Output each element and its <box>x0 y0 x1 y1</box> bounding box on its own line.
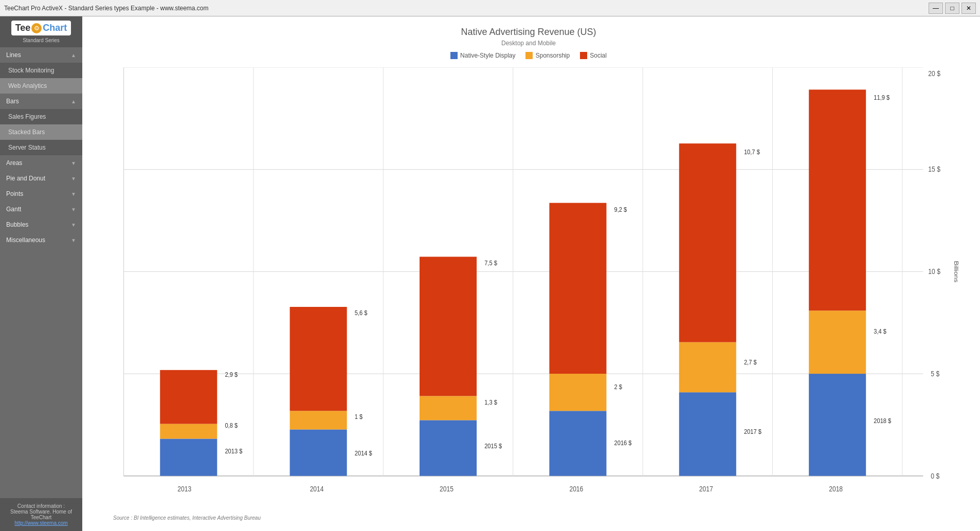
y-axis-billions-label: Billions <box>953 261 959 282</box>
sidebar-item-pie-donut[interactable]: Pie and Donut ▼ <box>0 171 82 186</box>
bar-2017-social <box>679 143 736 342</box>
sidebar-item-gantt[interactable]: Gantt ▼ <box>0 202 82 217</box>
bar-2013-sponsor <box>160 424 217 439</box>
sidebar-item-sales-figures[interactable]: Sales Figures <box>0 109 82 124</box>
bar-2017-native <box>679 392 736 476</box>
label-2016-social: 9,2 $ <box>614 206 627 213</box>
bar-2017-sponsor <box>679 342 736 393</box>
social-swatch <box>580 52 587 59</box>
xlabel-2016: 2016 <box>569 485 583 493</box>
label-2015-sponsor: 1,3 $ <box>484 398 497 406</box>
sidebar-item-areas[interactable]: Areas ▼ <box>0 155 82 171</box>
bar-2014-native <box>290 429 347 475</box>
main-layout: Tee ⚙ Chart Standard Series Lines ▲ Stoc… <box>0 16 980 531</box>
xlabel-2013: 2013 <box>177 485 191 493</box>
minimize-button[interactable]: — <box>929 3 943 14</box>
chart-subtitle: Desktop and Mobile <box>93 40 965 47</box>
legend-native: Native-Style Display <box>450 52 515 59</box>
sponsor-swatch <box>525 52 533 59</box>
bar-2018-social <box>809 89 866 310</box>
label-2018-sponsor: 3,4 $ <box>874 327 886 335</box>
web-analytics-label: Web Analytics <box>8 82 47 89</box>
sidebar-item-bars[interactable]: Bars ▲ <box>0 94 82 109</box>
sidebar-footer: Contact information : Steema Software. H… <box>0 498 82 531</box>
server-status-label: Server Status <box>8 144 46 151</box>
bubbles-label: Bubbles <box>6 221 28 228</box>
xlabel-2017: 2017 <box>699 485 713 493</box>
label-2017-sponsor: 2,7 $ <box>744 358 757 366</box>
label-2014-native: 2014 $ <box>355 449 372 457</box>
lines-label: Lines <box>6 51 21 59</box>
sidebar-nav: Lines ▲ Stock Monitoring Web Analytics B… <box>0 47 82 498</box>
bar-2016-native <box>549 411 606 475</box>
bar-2015-native <box>420 420 477 475</box>
bar-2013-native <box>160 439 217 476</box>
sidebar-item-server-status[interactable]: Server Status <box>0 140 82 155</box>
label-2014-social: 5,6 $ <box>355 309 368 317</box>
window-title: TeeChart Pro ActiveX - Standard Series t… <box>4 5 209 12</box>
label-2017-social: 10,7 $ <box>744 148 760 156</box>
xlabel-2014: 2014 <box>310 485 324 493</box>
stock-monitoring-label: Stock Monitoring <box>8 67 54 74</box>
areas-label: Areas <box>6 159 22 167</box>
sidebar-item-miscellaneous[interactable]: Miscellaneous ▼ <box>0 232 82 248</box>
label-2015-social: 7,5 $ <box>484 259 497 267</box>
label-2013-native: 2013 $ <box>225 447 242 455</box>
label-2015-native: 2015 $ <box>484 442 502 450</box>
y-label-15: 15 $ <box>928 165 940 173</box>
bar-2013-social <box>160 370 217 424</box>
window-controls: — □ ✕ <box>929 3 976 14</box>
bubbles-chevron-icon: ▼ <box>71 222 76 228</box>
bars-label: Bars <box>6 98 19 105</box>
label-2016-sponsor: 2 $ <box>614 383 623 391</box>
sidebar-item-stock-monitoring[interactable]: Stock Monitoring <box>0 63 82 78</box>
close-button[interactable]: ✕ <box>961 3 976 14</box>
legend-social: Social <box>580 52 607 59</box>
sidebar-item-points[interactable]: Points ▼ <box>0 186 82 202</box>
social-legend-label: Social <box>590 52 607 59</box>
bar-2014-sponsor <box>290 411 347 429</box>
logo-tee-text: Tee <box>15 23 31 33</box>
logo-subtitle: Standard Series <box>23 38 60 43</box>
xlabel-2018: 2018 <box>829 485 843 493</box>
chart-body: 0 $ 5 $ 10 $ 15 $ 20 $ Billions <box>93 67 965 513</box>
stacked-bars-label: Stacked Bars <box>8 129 45 136</box>
sidebar: Tee ⚙ Chart Standard Series Lines ▲ Stoc… <box>0 16 82 531</box>
chart-legend: Native-Style Display Sponsorship Social <box>93 52 965 59</box>
titlebar: TeeChart Pro ActiveX - Standard Series t… <box>0 0 980 16</box>
label-2018-social: 11,9 $ <box>874 94 890 101</box>
y-label-5: 5 $ <box>931 370 939 378</box>
label-2017-native: 2017 $ <box>744 428 761 435</box>
maximize-button[interactable]: □ <box>945 3 959 14</box>
bar-2014-social <box>290 307 347 411</box>
chart-area: Native Advertising Revenue (US) Desktop … <box>82 16 980 531</box>
lines-chevron-icon: ▲ <box>71 52 76 58</box>
gantt-label: Gantt <box>6 206 21 213</box>
logo-chart-text: Chart <box>43 23 67 33</box>
bars-chevron-icon: ▲ <box>71 99 76 104</box>
native-legend-label: Native-Style Display <box>460 52 515 59</box>
chart-title: Native Advertising Revenue (US) <box>93 27 965 38</box>
label-2013-sponsor: 0,8 $ <box>225 422 238 429</box>
label-2013-social: 2,9 $ <box>225 371 238 378</box>
website-link[interactable]: http://www.steema.com <box>14 520 67 526</box>
pie-chevron-icon: ▼ <box>71 176 76 181</box>
chart-svg: 0 $ 5 $ 10 $ 15 $ 20 $ Billions <box>93 67 965 513</box>
sidebar-item-web-analytics[interactable]: Web Analytics <box>0 78 82 94</box>
sidebar-item-bubbles[interactable]: Bubbles ▼ <box>0 217 82 232</box>
sales-figures-label: Sales Figures <box>8 113 46 120</box>
xlabel-2015: 2015 <box>440 485 453 493</box>
y-label-0: 0 $ <box>931 472 939 480</box>
points-chevron-icon: ▼ <box>71 191 76 197</box>
sponsor-legend-label: Sponsorship <box>535 52 570 59</box>
sidebar-item-lines[interactable]: Lines ▲ <box>0 47 82 63</box>
company-label: Steema Software. Home of TeeChart <box>5 509 77 520</box>
native-swatch <box>450 52 458 59</box>
bar-2016-social <box>549 203 606 374</box>
label-2018-native: 2018 $ <box>874 417 891 425</box>
bar-2016-sponsor <box>549 374 606 411</box>
bar-2018-sponsor <box>809 310 866 374</box>
label-2016-native: 2016 $ <box>614 439 632 447</box>
bar-2015-social <box>420 257 477 396</box>
sidebar-item-stacked-bars[interactable]: Stacked Bars <box>0 124 82 140</box>
